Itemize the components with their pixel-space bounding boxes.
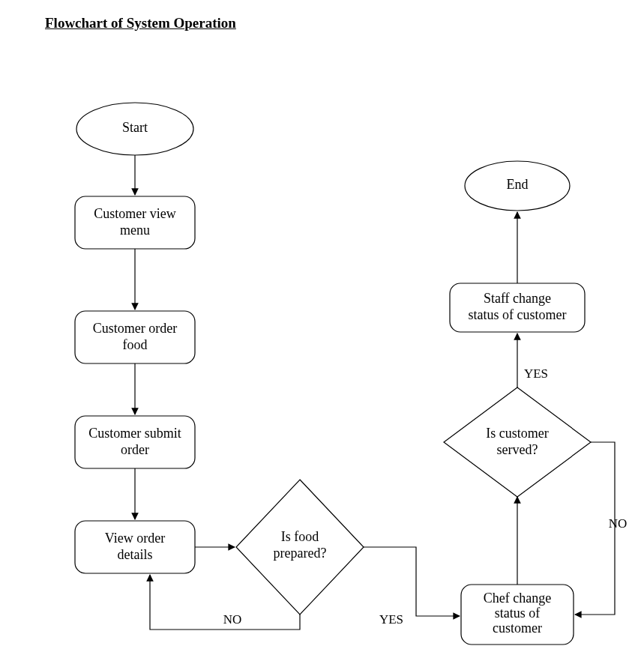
- food-prepared-l2: prepared?: [274, 546, 327, 561]
- staff-change-l1: Staff change: [484, 291, 551, 306]
- end-label: End: [507, 177, 529, 192]
- chef-change-l3: customer: [493, 621, 542, 636]
- node-view-order-details: View order details: [75, 521, 195, 573]
- edge-decision1-yes: [364, 547, 460, 616]
- node-start: Start: [76, 103, 193, 155]
- label-yes-1: YES: [379, 612, 403, 627]
- node-decision-food-prepared: Is food prepared?: [236, 480, 364, 615]
- staff-change-l2: status of customer: [469, 307, 567, 322]
- chef-change-l2: status of: [495, 606, 541, 621]
- node-customer-submit-order: Customer submit order: [75, 416, 195, 468]
- node-staff-change-status: Staff change status of customer: [450, 283, 585, 332]
- node-decision-customer-served: Is customer served?: [444, 387, 591, 497]
- submit-order-l2: order: [121, 442, 149, 457]
- order-food-l1: Customer order: [93, 321, 177, 336]
- customer-served-l2: served?: [497, 442, 538, 457]
- view-menu-l1: Customer view: [94, 206, 176, 221]
- view-details-l1: View order: [105, 531, 165, 546]
- customer-served-l1: Is customer: [486, 426, 548, 441]
- order-food-l2: food: [123, 337, 148, 352]
- node-customer-view-menu: Customer view menu: [75, 196, 195, 249]
- node-customer-order-food: Customer order food: [75, 311, 195, 363]
- start-label: Start: [122, 120, 148, 135]
- food-prepared-l1: Is food: [281, 529, 319, 544]
- label-yes-2: YES: [524, 366, 548, 381]
- view-details-l2: details: [118, 547, 153, 562]
- label-no-1: NO: [223, 612, 242, 627]
- submit-order-l1: Customer submit: [88, 426, 181, 441]
- flowchart-canvas: Start Customer view menu Customer order …: [0, 0, 644, 658]
- view-menu-l2: menu: [120, 223, 150, 238]
- chef-change-l1: Chef change: [484, 591, 551, 606]
- node-end: End: [465, 161, 570, 211]
- label-no-2: NO: [609, 516, 628, 531]
- node-chef-change-status: Chef change status of customer: [461, 585, 574, 645]
